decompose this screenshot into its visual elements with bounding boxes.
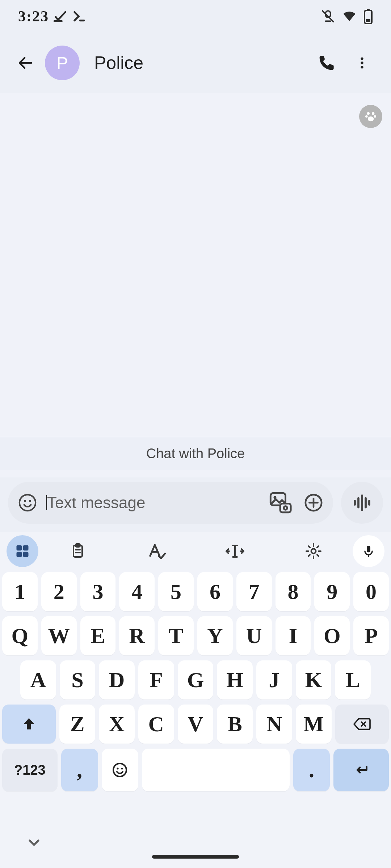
call-button[interactable] bbox=[308, 45, 344, 81]
key-k[interactable]: K bbox=[296, 660, 332, 699]
compose-row: Text message bbox=[0, 479, 391, 527]
svg-point-8 bbox=[365, 115, 368, 118]
key-y[interactable]: Y bbox=[197, 616, 233, 655]
svg-point-28 bbox=[117, 767, 119, 769]
key-f[interactable]: F bbox=[138, 660, 174, 699]
key-5[interactable]: 5 bbox=[158, 572, 194, 611]
chat-area[interactable]: 3:16 PM bbox=[0, 93, 391, 477]
clipboard-icon bbox=[69, 542, 87, 560]
key-i[interactable]: I bbox=[276, 616, 311, 655]
emoji-icon bbox=[111, 761, 129, 779]
enter-icon bbox=[352, 762, 371, 778]
key-enter[interactable] bbox=[333, 749, 389, 791]
svg-point-7 bbox=[372, 112, 374, 115]
svg-rect-22 bbox=[23, 552, 29, 557]
key-3[interactable]: 3 bbox=[80, 572, 116, 611]
kb-settings-button[interactable] bbox=[274, 535, 353, 567]
key-6[interactable]: 6 bbox=[197, 572, 233, 611]
key-c[interactable]: C bbox=[138, 705, 174, 744]
kb-row-1: Q W E R T Y U I O P bbox=[2, 616, 389, 655]
key-r[interactable]: R bbox=[119, 616, 155, 655]
key-b[interactable]: B bbox=[217, 705, 253, 744]
key-space[interactable] bbox=[142, 749, 289, 791]
key-8[interactable]: 8 bbox=[276, 572, 311, 611]
nav-handle[interactable] bbox=[152, 855, 239, 859]
contact-name[interactable]: Police bbox=[94, 52, 308, 73]
chat-banner: Chat with Police bbox=[0, 437, 391, 470]
kb-cursor-button[interactable] bbox=[196, 535, 274, 567]
gear-icon bbox=[305, 542, 322, 560]
kb-font-button[interactable] bbox=[117, 535, 196, 567]
key-x[interactable]: X bbox=[99, 705, 135, 744]
key-z[interactable]: Z bbox=[59, 705, 95, 744]
key-9[interactable]: 9 bbox=[314, 572, 350, 611]
add-attachment-button[interactable] bbox=[303, 493, 324, 513]
compose-pill: Text message bbox=[8, 482, 333, 524]
key-period[interactable]: . bbox=[293, 749, 330, 791]
key-4[interactable]: 4 bbox=[119, 572, 155, 611]
battery-icon bbox=[363, 8, 373, 24]
voice-message-button[interactable] bbox=[341, 482, 383, 524]
key-1[interactable]: 1 bbox=[2, 572, 38, 611]
key-comma[interactable]: , bbox=[61, 749, 98, 791]
key-l[interactable]: L bbox=[335, 660, 371, 699]
more-options-button[interactable] bbox=[344, 45, 380, 81]
kb-clipboard-button[interactable] bbox=[38, 535, 117, 567]
emoji-button[interactable] bbox=[17, 493, 38, 513]
key-v[interactable]: V bbox=[178, 705, 214, 744]
shift-icon bbox=[21, 716, 37, 732]
svg-point-27 bbox=[113, 763, 126, 776]
message-input[interactable]: Text message bbox=[47, 494, 268, 512]
svg-point-5 bbox=[361, 66, 363, 68]
back-button[interactable] bbox=[11, 48, 40, 77]
svg-rect-21 bbox=[17, 552, 22, 557]
terminal-icon bbox=[72, 9, 87, 24]
gallery-icon bbox=[268, 490, 293, 515]
plus-circle-icon bbox=[303, 493, 324, 513]
svg-rect-20 bbox=[23, 545, 29, 551]
key-s[interactable]: S bbox=[60, 660, 96, 699]
key-2[interactable]: 2 bbox=[41, 572, 77, 611]
font-check-icon bbox=[147, 542, 166, 561]
key-backspace[interactable] bbox=[335, 705, 389, 744]
avatar-letter: P bbox=[56, 53, 68, 73]
key-d[interactable]: D bbox=[99, 660, 135, 699]
key-j[interactable]: J bbox=[256, 660, 292, 699]
profile-badge-button[interactable] bbox=[359, 105, 382, 128]
kb-row-3: Z X C V B N M bbox=[2, 705, 389, 744]
key-0[interactable]: 0 bbox=[353, 572, 389, 611]
key-p[interactable]: P bbox=[353, 616, 389, 655]
kb-row-numbers: 1 2 3 4 5 6 7 8 9 0 bbox=[2, 572, 389, 611]
key-o[interactable]: O bbox=[314, 616, 350, 655]
status-time: 3:23 bbox=[18, 8, 49, 25]
key-shift[interactable] bbox=[2, 705, 56, 744]
gallery-button[interactable] bbox=[268, 490, 293, 515]
smile-icon bbox=[17, 493, 38, 513]
svg-point-9 bbox=[374, 115, 376, 118]
status-right bbox=[321, 8, 373, 24]
app-bar: P Police bbox=[0, 33, 391, 93]
kb-row-2: A S D F G H J K L bbox=[2, 660, 389, 699]
key-g[interactable]: G bbox=[178, 660, 214, 699]
hide-keyboard-button[interactable] bbox=[25, 834, 43, 851]
key-e[interactable]: E bbox=[80, 616, 116, 655]
mute-icon bbox=[321, 9, 335, 24]
key-symbols[interactable]: ?123 bbox=[2, 749, 58, 791]
key-m[interactable]: M bbox=[296, 705, 332, 744]
svg-point-3 bbox=[361, 58, 363, 60]
key-n[interactable]: N bbox=[256, 705, 292, 744]
key-7[interactable]: 7 bbox=[236, 572, 272, 611]
chevron-down-icon bbox=[25, 834, 43, 851]
key-t[interactable]: T bbox=[158, 616, 194, 655]
kb-grid-button[interactable] bbox=[7, 535, 38, 567]
key-emoji[interactable] bbox=[102, 749, 139, 791]
phone-icon bbox=[316, 54, 335, 72]
key-u[interactable]: U bbox=[236, 616, 272, 655]
contact-avatar[interactable]: P bbox=[45, 46, 80, 80]
kb-mic-button[interactable] bbox=[353, 535, 384, 567]
key-w[interactable]: W bbox=[41, 616, 77, 655]
key-h[interactable]: H bbox=[217, 660, 253, 699]
key-a[interactable]: A bbox=[20, 660, 56, 699]
keyboard-toolbar bbox=[0, 532, 391, 571]
key-q[interactable]: Q bbox=[2, 616, 38, 655]
